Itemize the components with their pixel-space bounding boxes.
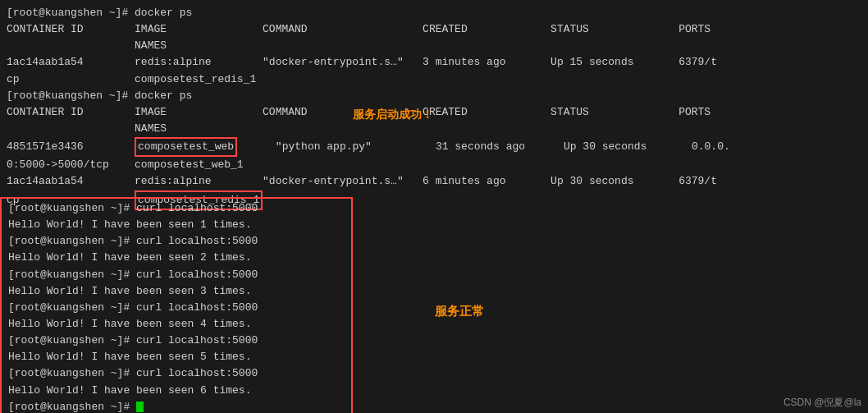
curl-line13: [root@kuangshen ~]# bbox=[8, 399, 345, 413]
curl-line8: Hello World! I have been seen 4 times. bbox=[8, 316, 345, 333]
prompt: [root@kuangshen ~]# docker ps bbox=[7, 7, 192, 19]
line-row3a: 1ac14aab1a54 redis:alpine "docker-entryp… bbox=[7, 173, 861, 190]
watermark: CSDN @倪夏@la bbox=[783, 396, 861, 410]
terminal: [root@kuangshen ~]# docker ps CONTAINER … bbox=[0, 0, 868, 413]
curl-line6: Hello World! I have been seen 3 times. bbox=[8, 283, 345, 300]
service-ok-annotation: 服务正常 bbox=[435, 304, 484, 319]
service-start-annotation: 服务启动成功！ bbox=[353, 108, 433, 122]
curl-line12: Hello World! I have been seen 6 times. bbox=[8, 383, 345, 399]
line-row1a: 1ac14aab1a54 redis:alpine "docker-entryp… bbox=[7, 54, 861, 71]
line-prompt1: [root@kuangshen ~]# docker ps bbox=[7, 5, 861, 21]
line-header2-names: NAMES bbox=[7, 121, 861, 137]
curl-line7: [root@kuangshen ~]# curl localhost:5000 bbox=[8, 300, 345, 316]
line-row2a: 4851571e3436 composetest_web "python app… bbox=[7, 137, 861, 157]
curl-line9: [root@kuangshen ~]# curl localhost:5000 bbox=[8, 333, 345, 349]
curl-line2: Hello World! I have been seen 1 times. bbox=[8, 217, 345, 233]
line-header1: CONTAINER ID IMAGE COMMAND CREATED STATU… bbox=[7, 21, 861, 38]
line-row2b: 0:5000->5000/tcp composetest_web_1 bbox=[7, 157, 861, 173]
curl-line3: [root@kuangshen ~]# curl localhost:5000 bbox=[8, 233, 345, 250]
curl-line11: [root@kuangshen ~]# curl localhost:5000 bbox=[8, 365, 345, 382]
line-header2: CONTAINER ID IMAGE COMMAND CREATED STATU… bbox=[7, 104, 861, 121]
line-header1-names: NAMES bbox=[7, 38, 861, 54]
curl-line5: [root@kuangshen ~]# curl localhost:5000 bbox=[8, 267, 345, 283]
curl-line1: [root@kuangshen ~]# curl localhost:5000 bbox=[8, 200, 345, 217]
terminal-cursor bbox=[136, 402, 144, 412]
line-row1b: cp composetest_redis_1 bbox=[7, 71, 861, 88]
highlight-web-image: composetest_web bbox=[135, 137, 237, 157]
curl-line4: Hello World! I have been seen 2 times. bbox=[8, 250, 345, 266]
curl-line10: Hello World! I have been seen 5 times. bbox=[8, 349, 345, 365]
curl-block: [root@kuangshen ~]# curl localhost:5000 … bbox=[0, 197, 353, 413]
line-prompt2: [root@kuangshen ~]# docker ps bbox=[7, 88, 861, 104]
